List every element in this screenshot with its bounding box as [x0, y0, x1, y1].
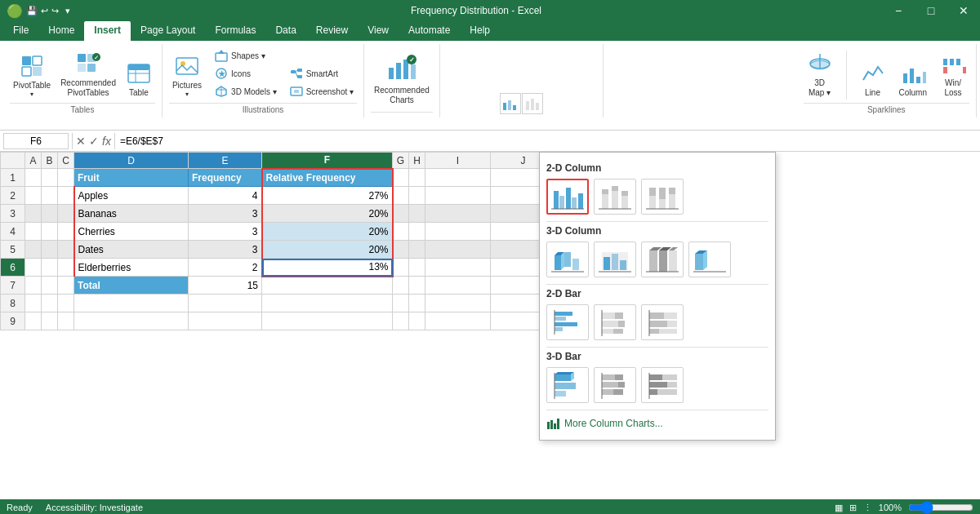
row-header-7[interactable]: 7 [1, 277, 25, 295]
recommended-pivot-tables-button[interactable]: ✓ RecommendedPivotTables [57, 49, 119, 100]
cell-F2[interactable]: 27% [262, 187, 393, 205]
cell-I8[interactable] [425, 295, 491, 312]
cell-D3[interactable]: Bananas [74, 205, 189, 223]
cell-C4[interactable] [58, 223, 74, 241]
row-header-6[interactable]: 6 [1, 259, 25, 277]
cell-H9[interactable] [409, 312, 425, 330]
col-header-A[interactable]: A [25, 153, 42, 169]
row-header-3[interactable]: 3 [1, 205, 25, 223]
cell-E8[interactable] [189, 295, 262, 312]
chart-3d-col-3[interactable] [641, 241, 684, 277]
col-header-G[interactable]: G [393, 153, 409, 169]
cell-G4[interactable] [393, 223, 409, 241]
cell-A7[interactable] [25, 277, 42, 295]
cell-G9[interactable] [393, 312, 409, 330]
cell-I9[interactable] [425, 312, 491, 330]
cell-C8[interactable] [58, 295, 74, 312]
cell-E1[interactable]: Frequency [189, 169, 262, 187]
cell-B9[interactable] [42, 312, 58, 330]
cell-I6[interactable] [425, 259, 491, 277]
row-header-2[interactable]: 2 [1, 187, 25, 205]
cell-A9[interactable] [25, 312, 42, 330]
row-header-4[interactable]: 4 [1, 223, 25, 241]
screenshot-button[interactable]: Screenshot ▾ [287, 83, 357, 100]
col-header-E[interactable]: E [189, 153, 262, 169]
cell-B8[interactable] [42, 295, 58, 312]
qat-redo[interactable]: ↪ [51, 6, 59, 16]
chart-clustered-col[interactable] [546, 179, 589, 215]
pictures-button[interactable]: Pictures ▾ [169, 51, 205, 100]
cell-I1[interactable] [425, 169, 491, 187]
cell-B2[interactable] [42, 187, 58, 205]
tab-data[interactable]: Data [265, 21, 305, 41]
cell-G8[interactable] [393, 295, 409, 312]
cell-I3[interactable] [425, 205, 491, 223]
col-header-F[interactable]: F [262, 153, 393, 169]
tab-page-layout[interactable]: Page Layout [131, 21, 205, 41]
confirm-formula-icon[interactable]: ✓ [89, 135, 99, 148]
chart-type-col-icon[interactable] [500, 93, 521, 114]
table-button[interactable]: Table [122, 59, 155, 100]
formula-input[interactable] [118, 134, 977, 148]
cell-D4[interactable]: Cherries [74, 223, 189, 241]
cell-B7[interactable] [42, 277, 58, 295]
cell-A4[interactable] [25, 223, 42, 241]
chart-100pct-stacked-col[interactable] [641, 179, 684, 215]
cell-E4[interactable]: 3 [189, 223, 262, 241]
col-header-B[interactable]: B [42, 153, 58, 169]
view-page-break[interactable]: ⋮ [863, 503, 872, 513]
col-header-H[interactable]: H [409, 153, 425, 169]
cell-D6[interactable]: Elderberries [74, 259, 189, 277]
cell-I4[interactable] [425, 223, 491, 241]
cell-G2[interactable] [393, 187, 409, 205]
cell-D5[interactable]: Dates [74, 241, 189, 259]
close-button[interactable]: ✕ [947, 0, 980, 21]
cell-F3[interactable]: 20% [262, 205, 393, 223]
win-loss-sparkline-button[interactable]: Win/Loss [937, 49, 969, 100]
cell-D7[interactable]: Total [74, 277, 189, 295]
cell-E6[interactable]: 2 [189, 259, 262, 277]
pivot-table-button[interactable]: PivotTable ▾ [10, 51, 54, 100]
smartart-button[interactable]: SmartArt [287, 65, 357, 82]
tab-review[interactable]: Review [306, 21, 358, 41]
cell-E9[interactable] [189, 312, 262, 330]
cell-G5[interactable] [393, 241, 409, 259]
cell-H8[interactable] [409, 295, 425, 312]
cell-F6[interactable]: 13% [262, 259, 393, 277]
cell-A8[interactable] [25, 295, 42, 312]
cell-E2[interactable]: 4 [189, 187, 262, 205]
cell-I5[interactable] [425, 241, 491, 259]
cell-H2[interactable] [409, 187, 425, 205]
cell-H7[interactable] [409, 277, 425, 295]
chart-3d-bar-1[interactable] [546, 367, 589, 403]
more-column-charts-link[interactable]: More Column Charts... [546, 414, 768, 433]
view-layout[interactable]: ⊞ [849, 503, 857, 513]
cell-A1[interactable] [25, 169, 42, 187]
cell-I7[interactable] [425, 277, 491, 295]
qat-undo[interactable]: ↩ [41, 6, 48, 16]
col-header-C[interactable]: C [58, 153, 74, 169]
cell-G6[interactable] [393, 259, 409, 277]
tab-insert[interactable]: Insert [84, 21, 131, 41]
cell-C7[interactable] [58, 277, 74, 295]
cell-H1[interactable] [409, 169, 425, 187]
cell-C9[interactable] [58, 312, 74, 330]
cell-A3[interactable] [25, 205, 42, 223]
qat-save[interactable]: 💾 [26, 6, 38, 16]
tab-home[interactable]: Home [38, 21, 84, 41]
cell-F9[interactable] [262, 312, 393, 330]
tab-automate[interactable]: Automate [399, 21, 460, 41]
cancel-formula-icon[interactable]: ✕ [76, 135, 86, 148]
view-normal[interactable]: ▦ [835, 503, 843, 513]
tab-help[interactable]: Help [460, 21, 500, 41]
row-header-1[interactable]: 1 [1, 169, 25, 187]
cell-C2[interactable] [58, 187, 74, 205]
cell-B1[interactable] [42, 169, 58, 187]
chart-stacked-bar[interactable] [594, 304, 636, 340]
cell-F7[interactable] [262, 277, 393, 295]
line-sparkline-button[interactable]: Line [857, 59, 889, 100]
chart-3d-bar-3[interactable] [641, 367, 684, 403]
cell-G7[interactable] [393, 277, 409, 295]
3d-models-button[interactable]: 3D Models ▾ [212, 83, 280, 100]
cell-D1[interactable]: Fruit [74, 169, 189, 187]
